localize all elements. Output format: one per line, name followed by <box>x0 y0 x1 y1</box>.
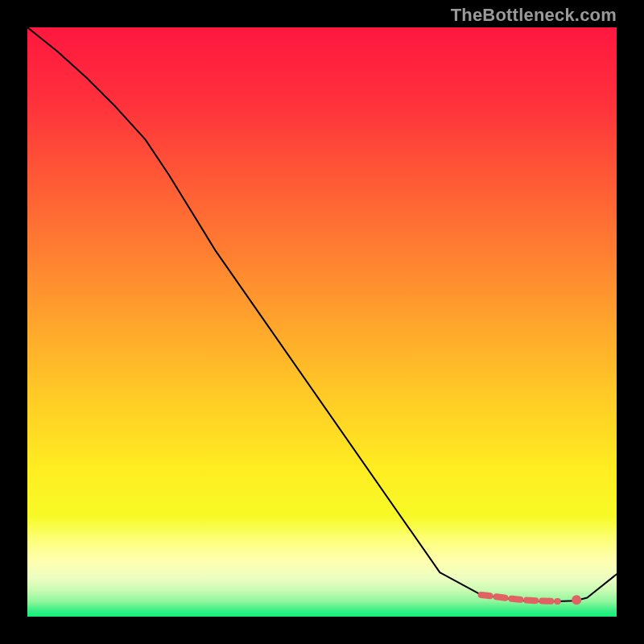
gradient-background <box>27 27 617 617</box>
watermark-text: TheBottleneck.com <box>451 5 617 26</box>
valley-dot-marker <box>572 595 581 605</box>
chart-svg <box>27 27 617 617</box>
chart-frame: TheBottleneck.com <box>0 0 644 644</box>
chart-plot <box>27 27 617 617</box>
